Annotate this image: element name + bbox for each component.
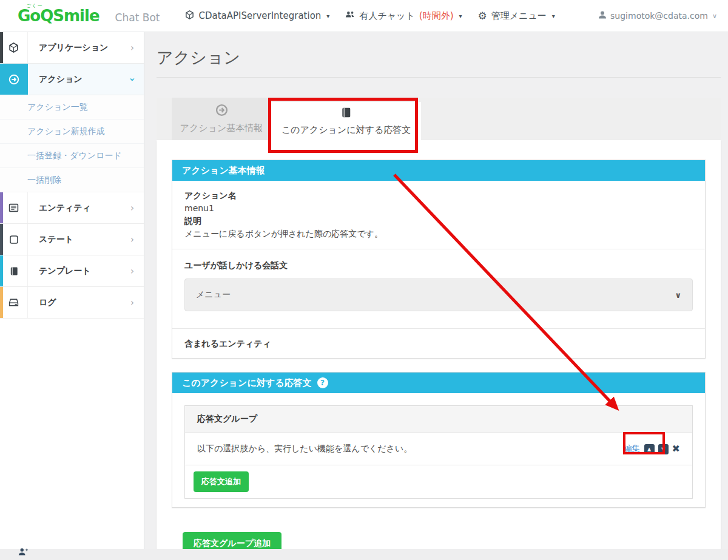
sidebar-submenu: アクション一覧 アクション新規作成 一括登録・ダウンロード 一括削除 — [0, 95, 144, 192]
chevron-right-icon: › — [130, 203, 134, 214]
tab-label: アクション基本情報 — [180, 123, 263, 134]
sidebar-item-entity[interactable]: エンティティ › — [0, 192, 144, 224]
sidebar-item-template[interactable]: テンプレート › — [0, 255, 144, 287]
description-label: 説明 — [184, 215, 693, 227]
tab-bar: アクション基本情報 このアクションに対する応答文 — [157, 98, 721, 140]
user-icon — [599, 11, 606, 21]
move-down-button[interactable]: ▼ — [658, 444, 669, 454]
response-group-footer: 応答文追加 — [185, 465, 692, 498]
utterance-label: ユーザが話しかける会話文 — [184, 259, 693, 271]
off-hours-status: (時間外) — [419, 10, 454, 22]
users-icon — [345, 10, 355, 21]
edit-button[interactable]: 編集 — [624, 444, 641, 454]
chevron-down-icon: › — [127, 77, 138, 81]
book-icon — [340, 107, 352, 121]
title-divider — [157, 77, 721, 78]
add-response-button[interactable]: 応答文追加 — [194, 471, 249, 492]
sidebar-item-application[interactable]: アプリケーション › — [0, 32, 144, 64]
arrow-circle-icon — [215, 104, 228, 119]
sidebar-item-state[interactable]: ステート › — [0, 224, 144, 255]
entities-label: 含まれるエンティティ — [184, 337, 693, 349]
gear-icon: ⚙ — [478, 11, 487, 21]
panel-header-title: アクション基本情報 — [182, 165, 265, 177]
sidebar: アプリケーション › アクション › アクション一覧 アクション新規作成 一括登… — [0, 32, 144, 560]
panel-header: このアクションに対する応答文 ? — [172, 373, 705, 393]
chevron-right-icon: › — [130, 297, 134, 308]
entities-section: 含まれるエンティティ — [172, 328, 705, 358]
sidebar-item-log[interactable]: ログ › — [0, 287, 144, 319]
response-text: 以下の選択肢から、実行したい機能を選んでください。 — [197, 444, 412, 454]
help-icon[interactable]: ? — [317, 377, 328, 388]
sidebar-item-label: テンプレート — [39, 266, 91, 277]
select-value: メニュー — [196, 289, 231, 300]
nav-menu: CDataAPIServerIntegration ▾ 有人チャット (時間外)… — [185, 10, 554, 22]
action-name-value: menu1 — [184, 201, 693, 215]
sidebar-item-action[interactable]: アクション › — [0, 64, 144, 95]
nav-item-label: 管理メニュー — [491, 10, 547, 22]
action-responses-panel: このアクションに対する応答文 ? 応答文グループ 以下の選択肢から、実行したい機… — [172, 372, 706, 508]
person-plus-icon[interactable] — [18, 547, 28, 559]
sidebar-item-label: ログ — [39, 297, 56, 308]
logo-suffix: Chat Bot — [115, 12, 160, 24]
row-actions: 編集 ▲ ▼ ✖ — [624, 444, 680, 454]
top-navbar: ごくー GoQSmile Chat Bot CDataAPIServerInte… — [0, 0, 728, 32]
app-root: ごくー GoQSmile Chat Bot CDataAPIServerInte… — [0, 0, 728, 560]
panel-header-title: このアクションに対する応答文 — [182, 377, 312, 389]
cube-icon — [0, 32, 28, 63]
book-icon — [0, 255, 28, 286]
tab-action-basic-info[interactable]: アクション基本情報 — [172, 98, 271, 140]
caret-down-icon: ▼ — [661, 447, 665, 452]
nav-item-live-chat[interactable]: 有人チャット (時間外) ▾ — [345, 10, 462, 22]
action-basic-info-panel: アクション基本情報 アクション名 menu1 説明 メニューに戻るボタンが押され… — [172, 160, 706, 359]
nav-item-admin-menu[interactable]: ⚙ 管理メニュー ▾ — [478, 10, 555, 22]
caret-up-icon: ▲ — [647, 447, 651, 452]
sidebar-subitem-action-list[interactable]: アクション一覧 — [0, 95, 144, 120]
list-icon — [0, 192, 28, 223]
chevron-down-icon: ∨ — [712, 12, 717, 20]
sidebar-footer-bar — [0, 549, 728, 560]
response-group-row: 以下の選択肢から、実行したい機能を選んでください。 編集 ▲ ▼ ✖ — [185, 433, 692, 465]
description-value: メニューに戻るボタンが押された際の応答文です。 — [184, 227, 693, 240]
response-group-header: 応答文グループ — [185, 406, 692, 433]
nav-item-label: CDataAPIServerIntegration — [198, 10, 321, 21]
sidebar-subitem-bulk-delete[interactable]: 一括削除 — [0, 168, 144, 192]
tab-label: このアクションに対する応答文 — [281, 124, 411, 136]
logo-furigana: ごくー — [26, 2, 42, 9]
logo[interactable]: ごくー GoQSmile Chat Bot — [18, 7, 160, 25]
tab-content: アクション基本情報 アクション名 menu1 説明 メニューに戻るボタンが押され… — [157, 140, 721, 560]
sidebar-item-label: エンティティ — [39, 203, 91, 214]
account-email: sugimotok@cdata.com — [610, 11, 708, 21]
caret-down-icon: ▾ — [459, 13, 462, 19]
chevron-down-icon: ∨ — [675, 291, 681, 300]
drive-icon — [0, 287, 28, 318]
sidebar-item-label: ステート — [39, 234, 73, 245]
caret-down-icon: ▾ — [552, 13, 555, 19]
square-icon — [0, 224, 28, 255]
sidebar-subitem-bulk-register[interactable]: 一括登録・ダウンロード — [0, 144, 144, 168]
panel-header: アクション基本情報 — [172, 160, 705, 181]
sidebar-item-label: アプリケーション — [39, 42, 108, 53]
nav-item-application-select[interactable]: CDataAPIServerIntegration ▾ — [185, 10, 329, 22]
basic-info-body: アクション名 menu1 説明 メニューに戻るボタンが押された際の応答文です。 — [172, 181, 705, 249]
tab-action-responses[interactable]: このアクションに対する応答文 — [271, 102, 421, 140]
sidebar-subitem-action-new[interactable]: アクション新規作成 — [0, 120, 144, 144]
page-title: アクション — [157, 47, 721, 69]
logo-text: GoQSmile — [18, 7, 99, 25]
action-name-label: アクション名 — [184, 189, 693, 201]
responses-body: 応答文グループ 以下の選択肢から、実行したい機能を選んでください。 編集 ▲ ▼… — [172, 393, 705, 507]
sidebar-item-label: アクション — [39, 74, 83, 85]
move-up-button[interactable]: ▲ — [644, 444, 655, 454]
caret-down-icon: ▾ — [326, 13, 329, 19]
utterance-select[interactable]: メニュー ∨ — [184, 278, 693, 311]
chevron-right-icon: › — [130, 42, 134, 53]
account-menu[interactable]: sugimotok@cdata.com ∨ — [599, 11, 717, 21]
nav-item-label: 有人チャット — [359, 10, 414, 22]
arrow-circle-icon — [0, 64, 28, 95]
main-content: アクション アクション基本情報 このアクションに対する応答文 — [144, 32, 728, 560]
cube-icon — [185, 10, 194, 22]
delete-button[interactable]: ✖ — [672, 444, 680, 454]
chevron-right-icon: › — [130, 266, 134, 277]
chevron-right-icon: › — [130, 234, 134, 245]
utterance-section: ユーザが話しかける会話文 メニュー ∨ — [172, 249, 705, 328]
response-group-box: 応答文グループ 以下の選択肢から、実行したい機能を選んでください。 編集 ▲ ▼… — [184, 405, 693, 499]
